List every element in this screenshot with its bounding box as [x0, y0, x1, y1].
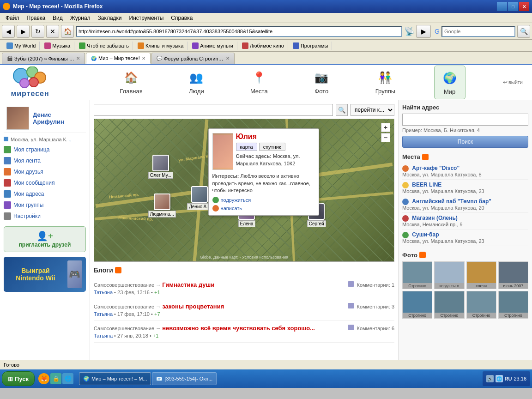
photo-thumb-5[interactable]: Строгино	[434, 291, 464, 319]
add-friend-button[interactable]: подружиться	[212, 197, 315, 203]
tab-2-close[interactable]: ✕	[226, 56, 230, 61]
sidebar-item-myfeed[interactable]: Моя лента	[4, 155, 86, 166]
bookmark-music[interactable]: Музыка	[41, 42, 74, 50]
go-button[interactable]: ▶	[416, 25, 431, 38]
tab-0-close[interactable]: ✕	[76, 56, 80, 61]
nav-photos[interactable]: 📷 Фото	[306, 66, 337, 99]
photo-thumb-1[interactable]: ...когда ты о...	[434, 261, 464, 289]
photo-thumb-7[interactable]: Строгино	[498, 291, 528, 319]
menu-edit[interactable]: Правка	[23, 14, 49, 22]
photos-title: Фото	[402, 252, 528, 259]
google-search-button[interactable]: 🔍	[517, 25, 530, 38]
place-link-2[interactable]: Английский паб "Темпл бар"	[412, 198, 491, 205]
tab-0[interactable]: 🎬 Зубы (2007) » Фильмы онлайн... ✕	[2, 53, 85, 64]
photo-thumb-0[interactable]: Строгино	[402, 261, 432, 289]
map-container[interactable]: ул. Маршала Катукова Неманский пр. Макин…	[94, 119, 394, 262]
reload-button[interactable]: ↻	[31, 25, 44, 38]
promo-image: 🎮	[67, 260, 82, 288]
maximize-button[interactable]: □	[508, 2, 518, 11]
blog-title-2[interactable]: невозможно всё время чувствовать себя хо…	[162, 325, 315, 332]
blog-entry-0: Комментарии: 1 Самосовершенствование → Г…	[94, 278, 394, 299]
taskbar-item-1[interactable]: 📧 [393-559-154]- Окн...	[152, 372, 217, 385]
blog-title-0[interactable]: Гимнастика души	[162, 281, 214, 288]
write-message-button[interactable]: написать	[212, 205, 315, 212]
user-avatar	[6, 107, 29, 130]
popup-tab-map[interactable]: карта	[236, 143, 257, 151]
nav-world[interactable]: 🌍 Мир	[434, 66, 466, 99]
tab-1[interactable]: 🌍 Мир – Мир тесен! ✕	[86, 53, 151, 64]
back-button[interactable]: ◀	[2, 25, 15, 38]
taskbar: ⊞ Пуск 🦊 🔒 🌐 🌍 Мир – Мир тесен! – М... 📧…	[0, 369, 532, 388]
google-search-input[interactable]	[441, 26, 515, 37]
nav-home[interactable]: 🏠 Главная	[113, 66, 149, 99]
map-pin-lyudmila[interactable]: Людмила...	[148, 193, 176, 218]
place-link-3[interactable]: Магазин (Олень)	[412, 215, 458, 221]
map-pin-oleg[interactable]: Олег Му...	[148, 155, 173, 179]
menu-view[interactable]: Вид	[49, 14, 66, 22]
bookmark-clips-icon	[138, 42, 144, 49]
menu-journal[interactable]: Журнал	[66, 14, 94, 22]
bookmark-remember[interactable]: Чтоб не забывать	[75, 42, 133, 50]
photo-thumb-3[interactable]: июнь 2007	[498, 261, 528, 289]
forward-button[interactable]: ▶	[17, 25, 30, 38]
nav-places[interactable]: 📍 Места	[243, 66, 275, 99]
nav-bar: ◀ ▶ ↻ ✕ 🏠 📡 ▶ G 🔍	[0, 23, 532, 40]
menu-bookmarks[interactable]: Закладки	[94, 14, 126, 22]
sidebar-item-myaddresses[interactable]: Мои адреса	[4, 188, 86, 200]
logo-svg	[12, 66, 48, 90]
ql-icon-2[interactable]: 🔒	[50, 373, 61, 384]
blog-comments-1: Комментарии: 3	[348, 303, 394, 309]
zoom-out-button[interactable]: −	[381, 133, 390, 142]
exit-button[interactable]: выйти	[508, 79, 523, 85]
nav-groups[interactable]: 👫 Группы	[369, 66, 402, 99]
promo-box[interactable]: Выиграй Nintendo Wii 🎮	[4, 257, 86, 292]
site-header: миртесен 🏠 Главная 👥 Люди 📍 Места 📷 Фото…	[0, 65, 532, 100]
bookmark-cinema[interactable]: Любимое кино	[238, 42, 288, 50]
map-search-input[interactable]	[94, 104, 333, 116]
taskbar-item-0[interactable]: 🌍 Мир – Мир тесен! – М...	[79, 372, 151, 385]
tab-1-close[interactable]: ✕	[142, 56, 145, 61]
menu-help[interactable]: Справка	[167, 14, 196, 22]
sidebar-item-myfriends[interactable]: Мои друзья	[4, 166, 86, 177]
user-name[interactable]: Денис Арифулин	[33, 111, 83, 125]
ql-icon-1[interactable]: 🦊	[38, 373, 49, 384]
bookmark-anime[interactable]: Аниме мульти	[188, 42, 237, 50]
address-bar[interactable]	[76, 26, 402, 37]
stop-button[interactable]: ✕	[46, 25, 59, 38]
sidebar-item-settings[interactable]: Настройки	[4, 211, 86, 222]
photo-thumb-2[interactable]: свечи	[466, 261, 496, 289]
bookmark-programs[interactable]: Программы	[289, 42, 332, 50]
find-address-button[interactable]: Поиск	[402, 136, 528, 148]
map-goto-select[interactable]: перейти к...	[351, 104, 394, 116]
start-button[interactable]: ⊞ Пуск	[2, 371, 35, 386]
center-content: 🔍 перейти к... ул. Маршала Катукова Нема…	[90, 100, 398, 359]
place-link-0[interactable]: Арт-кафе "Disco"	[412, 165, 459, 171]
bookmark-clips[interactable]: Клипы и музыка	[134, 42, 187, 50]
sidebar-item-mymessages[interactable]: Мои сообщения	[4, 177, 86, 188]
invite-box[interactable]: 👤+ пригласить друзей	[4, 226, 86, 252]
nav-people[interactable]: 👥 Люди	[181, 66, 212, 99]
find-address-input[interactable]	[402, 114, 528, 126]
tab-2[interactable]: 💬 Форум района Строгино --> Со... ✕	[151, 53, 235, 64]
sidebar-item-mypage[interactable]: Моя страница	[4, 144, 86, 155]
bookmark-myworld[interactable]: My World	[3, 42, 40, 50]
sidebar-item-mygroups[interactable]: Мои группы	[4, 200, 86, 211]
blog-title-1[interactable]: законы процветания	[162, 303, 224, 310]
menu-tools[interactable]: Инструменты	[126, 14, 168, 22]
photo-thumb-4[interactable]: Строгино	[402, 291, 432, 319]
place-icon-0	[402, 165, 409, 172]
map-search-button[interactable]: 🔍	[336, 104, 348, 116]
popup-tab-satellite[interactable]: спутник	[259, 143, 285, 151]
zoom-in-button[interactable]: +	[381, 123, 390, 132]
place-addr-1: Москва, ул. Маршала Катукова, 23	[402, 188, 528, 194]
minimize-button[interactable]: _	[497, 2, 507, 11]
home-button[interactable]: 🏠	[61, 25, 74, 38]
place-link-1[interactable]: BEER LINE	[412, 181, 441, 188]
system-clock: 23:16	[514, 376, 526, 381]
header-right: ↩ выйти	[490, 79, 527, 85]
place-link-4[interactable]: Суши-бар	[412, 231, 439, 238]
ql-icon-3[interactable]: 🌐	[62, 373, 73, 384]
close-button[interactable]: ✕	[519, 2, 529, 11]
menu-file[interactable]: Файл	[2, 14, 23, 22]
photo-thumb-6[interactable]: Строгино	[466, 291, 496, 319]
